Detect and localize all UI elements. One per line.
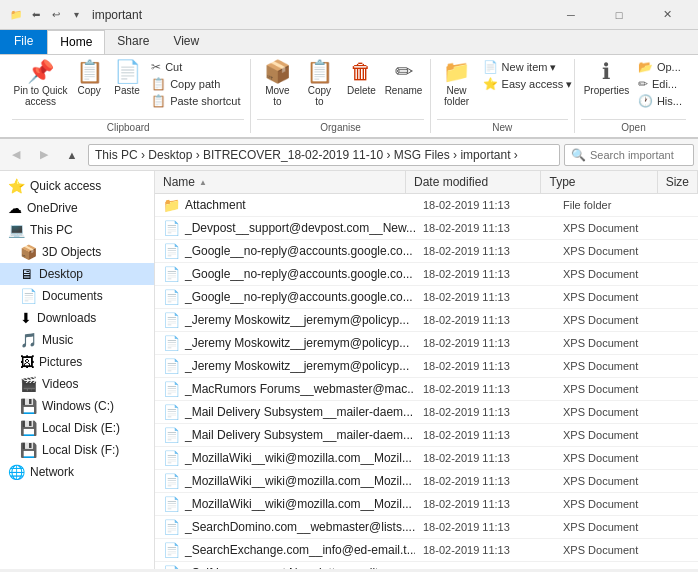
file-row[interactable]: 📄 _MozillaWiki__wiki@mozilla.com__Mozil.… [155, 447, 698, 470]
file-cell-name: 📄 _SearchExchange.com__info@ed-email.t..… [155, 539, 415, 561]
easy-access-button[interactable]: ⭐ Easy access ▾ [479, 76, 577, 92]
open-button[interactable]: 📂 Op... [634, 59, 686, 75]
sidebar-item-desktop[interactable]: 🖥Desktop [0, 263, 154, 285]
new-item-button[interactable]: 📄 New item ▾ [479, 59, 577, 75]
file-row[interactable]: 📄 _Jeremy Moskowitz__jeremym@policyp... … [155, 309, 698, 332]
file-cell-size [675, 248, 698, 254]
file-cell-size [675, 202, 698, 208]
edit-button[interactable]: ✏ Edi... [634, 76, 686, 92]
cut-button[interactable]: ✂ Cut [147, 59, 244, 75]
rename-button[interactable]: ✏ Rename [383, 59, 423, 98]
sidebar-item-3d-objects[interactable]: 📦3D Objects [0, 241, 154, 263]
sidebar-item-local-disk-f[interactable]: 💾Local Disk (F:) [0, 439, 154, 461]
dropdown-icon[interactable]: ▾ [68, 7, 84, 23]
file-list-header: Name ▲ Date modified Type Size [155, 171, 698, 194]
sidebar-item-this-pc[interactable]: 💻This PC [0, 219, 154, 241]
minimize-button[interactable]: ─ [548, 0, 594, 30]
column-header-type[interactable]: Type [541, 171, 657, 193]
file-row[interactable]: 📁 Attachment 18-02-2019 11:13 File folde… [155, 194, 698, 217]
file-row[interactable]: 📄 _Mail Delivery Subsystem__mailer-daem.… [155, 424, 698, 447]
tab-home[interactable]: Home [47, 30, 105, 54]
copy-path-button[interactable]: 📋 Copy path [147, 76, 244, 92]
file-cell-size [675, 386, 698, 392]
properties-button[interactable]: ℹ Properties [581, 59, 632, 98]
column-header-name[interactable]: Name ▲ [155, 171, 406, 193]
file-cell-type: XPS Document [555, 288, 675, 306]
column-header-size[interactable]: Size [658, 171, 698, 193]
file-row[interactable]: 📄 _Mail Delivery Subsystem__mailer-daem.… [155, 401, 698, 424]
file-cell-size [675, 455, 698, 461]
history-icon: 🕐 [638, 94, 653, 108]
sidebar-item-windows-c[interactable]: 💾Windows (C:) [0, 395, 154, 417]
new-folder-button[interactable]: 📁 Newfolder [437, 59, 477, 109]
sidebar-item-music[interactable]: 🎵Music [0, 329, 154, 351]
sidebar-icon-desktop: 🖥 [20, 266, 34, 282]
xps-icon: 📄 [163, 243, 180, 259]
file-row[interactable]: 📄 _Google__no-reply@accounts.google.co..… [155, 263, 698, 286]
file-cell-size [675, 271, 698, 277]
properties-label: Properties [584, 85, 630, 96]
xps-icon: 📄 [163, 289, 180, 305]
file-row[interactable]: 📄 _Google__no-reply@accounts.google.co..… [155, 240, 698, 263]
file-row[interactable]: 📄 _Self Improvement Newsletter__editors.… [155, 562, 698, 569]
search-input[interactable] [590, 149, 698, 161]
close-button[interactable]: ✕ [644, 0, 690, 30]
sidebar-item-network[interactable]: 🌐Network [0, 461, 154, 483]
file-cell-type: XPS Document [555, 334, 675, 352]
file-row[interactable]: 📄 _Jeremy Moskowitz__jeremym@policyp... … [155, 355, 698, 378]
file-cell-size [675, 409, 698, 415]
file-row[interactable]: 📄 _Google__no-reply@accounts.google.co..… [155, 286, 698, 309]
window-controls: ─ □ ✕ [548, 0, 690, 30]
move-to-button[interactable]: 📦 Moveto [257, 59, 297, 109]
file-cell-date: 18-02-2019 11:13 [415, 311, 555, 329]
sidebar-icon-3d-objects: 📦 [20, 244, 37, 260]
file-row[interactable]: 📄 _Jeremy Moskowitz__jeremym@policyp... … [155, 332, 698, 355]
new-item-icon: 📄 [483, 60, 498, 74]
sidebar-item-pictures[interactable]: 🖼Pictures [0, 351, 154, 373]
sidebar-label-local-disk-e: Local Disk (E:) [42, 421, 120, 435]
move-label: Moveto [265, 85, 289, 107]
search-box[interactable]: 🔍 [564, 144, 694, 166]
file-row[interactable]: 📄 _MozillaWiki__wiki@mozilla.com__Mozil.… [155, 470, 698, 493]
copy-to-button[interactable]: 📋 Copyto [299, 59, 339, 109]
file-row[interactable]: 📄 _MozillaWiki__wiki@mozilla.com__Mozil.… [155, 493, 698, 516]
file-row[interactable]: 📄 _SearchExchange.com__info@ed-email.t..… [155, 539, 698, 562]
file-cell-size [675, 363, 698, 369]
file-row[interactable]: 📄 _SearchDomino.com__webmaster@lists....… [155, 516, 698, 539]
pin-to-quick-access-button[interactable]: 📌 Pin to Quickaccess [12, 59, 69, 109]
delete-button[interactable]: 🗑 Delete [341, 59, 381, 98]
up-button[interactable]: ▲ [60, 143, 84, 167]
copy-button[interactable]: 📋 Copy [71, 59, 107, 98]
sort-arrow: ▲ [199, 178, 207, 187]
sidebar-item-local-disk-e[interactable]: 💾Local Disk (E:) [0, 417, 154, 439]
column-header-date[interactable]: Date modified [406, 171, 541, 193]
file-cell-date: 18-02-2019 11:13 [415, 564, 555, 569]
clipboard-group-label: Clipboard [12, 119, 244, 133]
sidebar-item-quick-access[interactable]: ⭐Quick access [0, 175, 154, 197]
paste-button[interactable]: 📄 Paste [109, 59, 145, 98]
paste-shortcut-button[interactable]: 📋 Paste shortcut [147, 93, 244, 109]
file-cell-date: 18-02-2019 11:13 [415, 518, 555, 536]
file-row[interactable]: 📄 _Devpost__support@devpost.com__New... … [155, 217, 698, 240]
sidebar-item-videos[interactable]: 🎬Videos [0, 373, 154, 395]
back-button[interactable]: ◀ [4, 143, 28, 167]
file-name: _Self Improvement Newsletter__editors... [185, 566, 405, 569]
rename-icon: ✏ [395, 61, 413, 83]
paste-label: Paste [114, 85, 140, 96]
sidebar-item-downloads[interactable]: ⬇Downloads [0, 307, 154, 329]
history-button[interactable]: 🕐 His... [634, 93, 686, 109]
file-cell-type: XPS Document [555, 449, 675, 467]
sidebar-item-documents[interactable]: 📄Documents [0, 285, 154, 307]
file-row[interactable]: 📄 _MacRumors Forums__webmaster@mac... 18… [155, 378, 698, 401]
tab-file[interactable]: File [0, 30, 47, 54]
delete-icon: 🗑 [350, 61, 372, 83]
sidebar-item-onedrive[interactable]: ☁OneDrive [0, 197, 154, 219]
tab-share[interactable]: Share [105, 30, 161, 54]
tab-view[interactable]: View [161, 30, 211, 54]
easy-access-icon: ⭐ [483, 77, 498, 91]
xps-icon: 📄 [163, 565, 180, 569]
forward-button[interactable]: ▶ [32, 143, 56, 167]
maximize-button[interactable]: □ [596, 0, 642, 30]
file-name: _Devpost__support@devpost.com__New... [185, 221, 415, 235]
address-path[interactable]: This PC › Desktop › BITRECOVER_18-02-201… [88, 144, 560, 166]
